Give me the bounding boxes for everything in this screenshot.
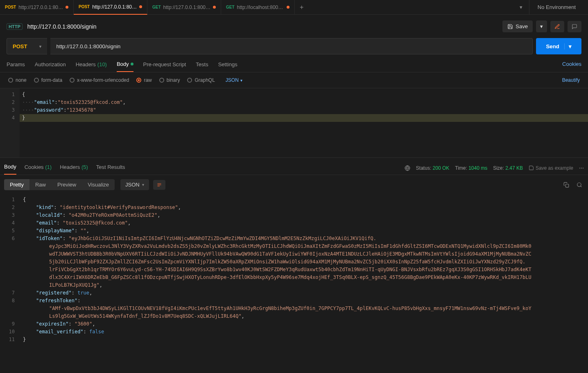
tab-method: POST <box>5 5 16 9</box>
chevron-down-icon: ▾ <box>142 182 144 187</box>
search-icon <box>577 182 582 188</box>
send-button[interactable]: Send ▾ <box>536 38 581 54</box>
tab-authorization[interactable]: Authorization <box>35 61 66 72</box>
time-text: Time: 1040 ms <box>455 165 487 171</box>
tab-headers-label: Headers <box>76 61 96 67</box>
response-gutter: 12345 6 7 8 91011 <box>0 194 20 345</box>
response-code: { "kind": "identitytoolkit#VerifyPasswor… <box>20 194 588 345</box>
tab-method: GET <box>152 5 161 9</box>
body-indicator-dot <box>131 63 133 65</box>
request-title: http://127.0.0.1:8000/signin <box>27 23 498 30</box>
tab-prerequest[interactable]: Pre-request Script <box>143 61 186 72</box>
body-format-selector[interactable]: JSON ▾ <box>226 77 242 83</box>
pill-raw[interactable]: Raw <box>29 179 52 190</box>
save-dropdown-button[interactable]: ▾ <box>536 20 547 32</box>
request-subtabs: Params Authorization Headers (10) Body P… <box>0 54 588 72</box>
modified-dot <box>213 6 216 9</box>
comments-button[interactable] <box>568 21 581 32</box>
save-label: Save <box>516 23 528 29</box>
tab-title: http://localhost:8000/ve <box>237 4 284 10</box>
request-body-editor[interactable]: 1234 { ····"email":"toxis52325@fkcod.com… <box>0 88 588 157</box>
modified-dot <box>66 6 68 9</box>
save-as-example-button[interactable]: Save as example <box>529 165 573 171</box>
status-text: Status: 200 OK <box>416 165 449 171</box>
resp-tab-tests[interactable]: Test Results <box>96 162 125 174</box>
headers-count: (10) <box>97 61 107 67</box>
radio-none[interactable]: none <box>8 77 27 83</box>
radio-formdata[interactable]: form-data <box>34 77 62 83</box>
copy-button[interactable] <box>562 180 571 189</box>
radio-graphql[interactable]: GraphQL <box>187 77 215 83</box>
view-mode-pills: Pretty Raw Preview Visualize <box>4 179 115 190</box>
chevron-down-icon: ▾ <box>39 44 41 49</box>
tab-body[interactable]: Body <box>117 61 133 72</box>
response-body-editor[interactable]: 12345 6 7 8 91011 { "kind": "identitytoo… <box>0 194 588 345</box>
response-view-bar: Pretty Raw Preview Visualize JSON ▾ <box>0 175 588 194</box>
tab-tests[interactable]: Tests <box>196 61 208 72</box>
pill-preview[interactable]: Preview <box>52 179 82 190</box>
svg-point-6 <box>577 182 581 186</box>
globe-icon <box>405 165 410 171</box>
comment-icon <box>572 24 577 29</box>
modified-dot <box>287 6 289 9</box>
response-tabs: Body Cookies (1) Headers (5) Test Result… <box>0 157 588 175</box>
tab-params[interactable]: Params <box>7 61 25 72</box>
edit-button[interactable] <box>550 21 564 32</box>
environment-selector[interactable]: No Environment <box>529 0 584 15</box>
size-text: Size: 2.47 KB <box>493 165 523 171</box>
tab-3[interactable]: GET http://localhost:8000/ve <box>221 0 295 15</box>
cookies-link[interactable]: Cookies <box>562 61 581 72</box>
pill-visualize[interactable]: Visualize <box>82 179 115 190</box>
url-input[interactable] <box>50 38 533 54</box>
tab-method: POST <box>79 4 90 9</box>
resp-tab-cookies[interactable]: Cookies (1) <box>25 162 52 174</box>
tabs-overflow-button[interactable]: ▾ <box>516 2 526 12</box>
svg-line-7 <box>581 186 582 187</box>
wrap-icon <box>156 182 162 187</box>
tab-body-label: Body <box>117 61 129 67</box>
url-bar: POST ▾ Send ▾ <box>0 38 588 54</box>
save-icon <box>529 165 534 171</box>
save-icon <box>507 24 513 29</box>
copy-icon <box>563 182 569 188</box>
tab-title: http://127.0.0.1:8000/s <box>92 4 137 10</box>
send-dropdown-icon[interactable]: ▾ <box>564 43 572 49</box>
search-button[interactable] <box>575 180 584 189</box>
response-format-selector[interactable]: JSON ▾ <box>120 179 149 190</box>
save-button[interactable]: Save <box>502 20 533 32</box>
tab-1[interactable]: POST http://127.0.0.1:8000/s <box>74 0 147 15</box>
send-label: Send <box>546 43 559 49</box>
radio-binary[interactable]: binary <box>159 77 180 83</box>
environment-label: No Environment <box>538 4 576 10</box>
resp-tab-body[interactable]: Body <box>4 161 16 175</box>
line-gutter: 1234 <box>0 88 20 157</box>
tab-settings[interactable]: Settings <box>218 61 237 72</box>
tab-title: http://127.0.0.1:8000/se <box>163 4 210 10</box>
tab-method: GET <box>226 5 235 9</box>
http-badge: HTTP <box>7 23 23 30</box>
code-area[interactable]: { ····"email":"toxis52325@fkcod.com", ··… <box>20 88 588 157</box>
resp-tab-headers[interactable]: Headers (5) <box>60 162 88 174</box>
beautify-link[interactable]: Beautify <box>562 77 580 83</box>
method-value: POST <box>13 43 27 49</box>
tab-0[interactable]: POST http://127.0.0.1:8000/s <box>0 0 74 15</box>
tab-2[interactable]: GET http://127.0.0.1:8000/se <box>147 0 221 15</box>
request-title-row: HTTP http://127.0.0.1:8000/signin Save ▾ <box>0 15 588 38</box>
request-tabs-bar: POST http://127.0.0.1:8000/s POST http:/… <box>0 0 588 15</box>
body-type-row: none form-data x-www-form-urlencoded raw… <box>0 72 588 88</box>
radio-urlencoded[interactable]: x-www-form-urlencoded <box>70 77 129 83</box>
more-icon[interactable]: ⋯ <box>579 165 584 171</box>
add-tab-button[interactable]: + <box>295 4 308 11</box>
modified-dot <box>139 5 142 8</box>
svg-rect-5 <box>565 184 569 187</box>
radio-raw[interactable]: raw <box>136 77 152 83</box>
chevron-down-icon: ▾ <box>240 78 242 83</box>
wrap-lines-button[interactable] <box>153 180 165 190</box>
tab-headers[interactable]: Headers (10) <box>76 61 107 72</box>
pencil-icon <box>554 24 560 29</box>
method-selector[interactable]: POST ▾ <box>7 38 47 54</box>
tab-title: http://127.0.0.1:8000/s <box>18 4 63 10</box>
pill-pretty[interactable]: Pretty <box>4 179 29 190</box>
